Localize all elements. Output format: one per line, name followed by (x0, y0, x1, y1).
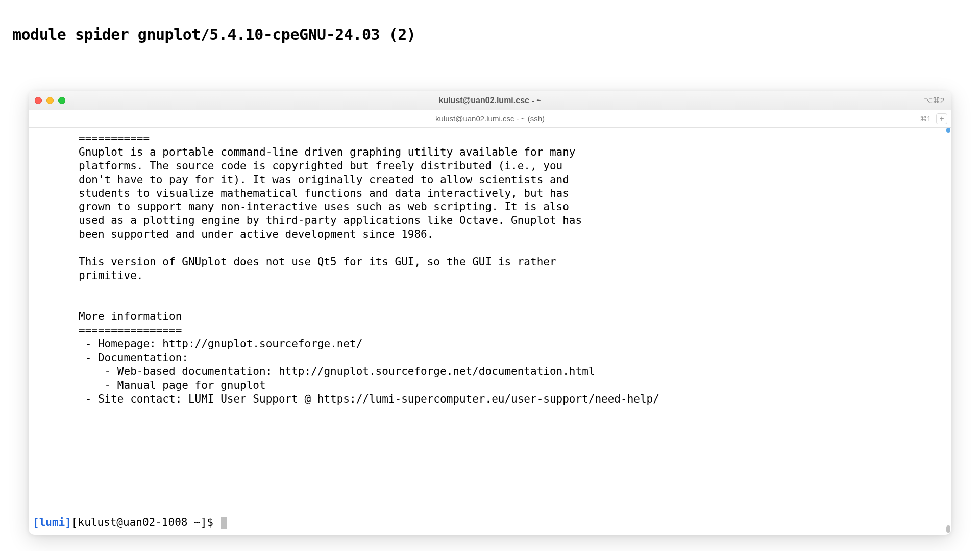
close-window-button[interactable] (35, 97, 42, 104)
window-title: kulust@uan02.lumi.csc - ~ (439, 96, 542, 105)
terminal-output: =========== Gnuplot is a portable comman… (33, 132, 947, 406)
divider-line: =========== (79, 132, 150, 144)
output-line: don't have to pay for it). It was origin… (79, 173, 569, 186)
output-line: - Manual page for gnuplot (79, 379, 266, 391)
traffic-lights (35, 97, 65, 104)
output-line: - Web-based documentation: http://gnuplo… (79, 365, 595, 378)
section-header: More information (79, 310, 182, 322)
tab-right-widgets: ⌘1 + (920, 113, 947, 124)
zoom-window-button[interactable] (58, 97, 65, 104)
divider-line: ================ (79, 324, 182, 336)
output-line: students to visualize mathematical funct… (79, 187, 569, 199)
scrollbar[interactable] (946, 128, 950, 535)
window-titlebar[interactable]: kulust@uan02.lumi.csc - ~ ⌥⌘2 (29, 91, 951, 110)
output-line: platforms. The source code is copyrighte… (79, 160, 562, 172)
terminal-window: kulust@uan02.lumi.csc - ~ ⌥⌘2 kulust@uan… (29, 91, 951, 535)
terminal-body[interactable]: =========== Gnuplot is a portable comman… (29, 128, 951, 535)
prompt-path: [kulust@uan02-1008 ~]$ (71, 516, 220, 529)
prompt-host: [lumi] (33, 516, 71, 529)
output-line: used as a plotting engine by third-party… (79, 214, 582, 227)
output-line: primitive. (79, 269, 143, 282)
cursor-icon (221, 517, 227, 529)
scroll-thumb[interactable] (946, 525, 950, 533)
tab-shortcut-label: ⌘1 (920, 115, 931, 123)
tab-label: kulust@uan02.lumi.csc - ~ (ssh) (435, 114, 545, 123)
output-line: Gnuplot is a portable command-line drive… (79, 146, 576, 158)
output-line: - Homepage: http://gnuplot.sourceforge.n… (79, 338, 362, 350)
window-shortcut-label: ⌥⌘2 (924, 96, 944, 105)
tab-ssh[interactable]: kulust@uan02.lumi.csc - ~ (ssh) (29, 110, 951, 127)
new-tab-button[interactable]: + (936, 113, 947, 124)
output-line: This version of GNUplot does not use Qt5… (79, 256, 556, 268)
plus-icon: + (939, 114, 944, 123)
output-line: been supported and under active developm… (79, 228, 433, 240)
tab-bar: kulust@uan02.lumi.csc - ~ (ssh) ⌘1 + (29, 110, 951, 128)
output-line: - Documentation: (79, 352, 188, 364)
page-heading: module spider gnuplot/5.4.10-cpeGNU-24.0… (0, 0, 980, 43)
output-line: - Site contact: LUMI User Support @ http… (79, 393, 659, 405)
minimize-window-button[interactable] (46, 97, 54, 104)
output-line: grown to support many non-interactive us… (79, 201, 569, 213)
scroll-indicator-icon (946, 128, 950, 133)
prompt-line[interactable]: [lumi][kulust@uan02-1008 ~]$ (33, 516, 227, 530)
